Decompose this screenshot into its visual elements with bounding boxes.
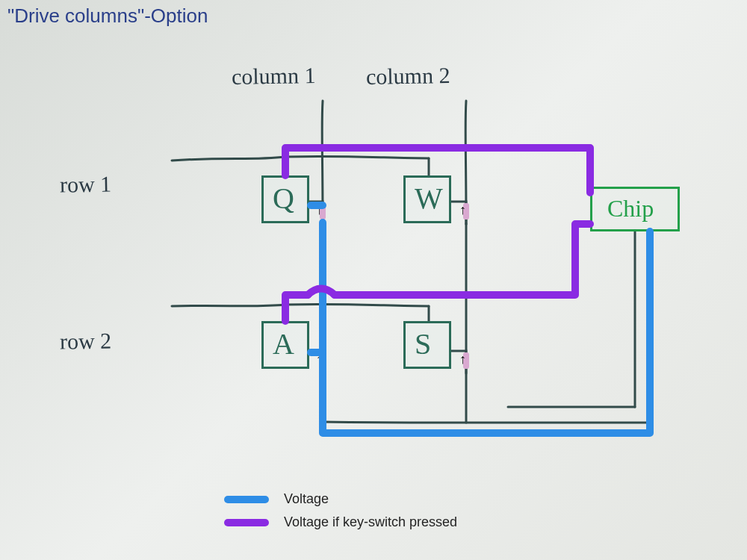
key-q: Q [261, 175, 309, 223]
diode-a: ↑ [317, 352, 328, 369]
diode-q: ↑ [317, 203, 328, 220]
legend: Voltage Voltage if key-switch pressed [224, 491, 457, 538]
chip: Chip [590, 187, 680, 231]
label-row-2: row 2 [60, 328, 112, 354]
key-q-label: Q [273, 181, 294, 216]
legend-voltage-label: Voltage [284, 491, 329, 507]
legend-voltage-pressed: Voltage if key-switch pressed [224, 514, 457, 530]
label-column-1: column 1 [232, 63, 316, 90]
diode-w: ↑ [461, 203, 471, 220]
label-column-2: column 2 [366, 63, 450, 90]
diode-s: ↑ [461, 352, 471, 369]
key-a-label: A [273, 326, 294, 361]
diagram-title: "Drive columns"-Option [7, 4, 208, 28]
key-s-label: S [415, 326, 431, 361]
legend-voltage-swatch [224, 496, 269, 503]
key-w: W [403, 175, 451, 223]
label-row-1: row 1 [60, 171, 112, 197]
legend-voltage: Voltage [224, 491, 457, 507]
key-s: S [403, 321, 451, 369]
legend-voltage-pressed-swatch [224, 519, 269, 526]
chip-label: Chip [607, 195, 654, 223]
key-w-label: W [415, 181, 443, 216]
legend-voltage-pressed-label: Voltage if key-switch pressed [284, 514, 457, 530]
key-a: A [261, 321, 309, 369]
